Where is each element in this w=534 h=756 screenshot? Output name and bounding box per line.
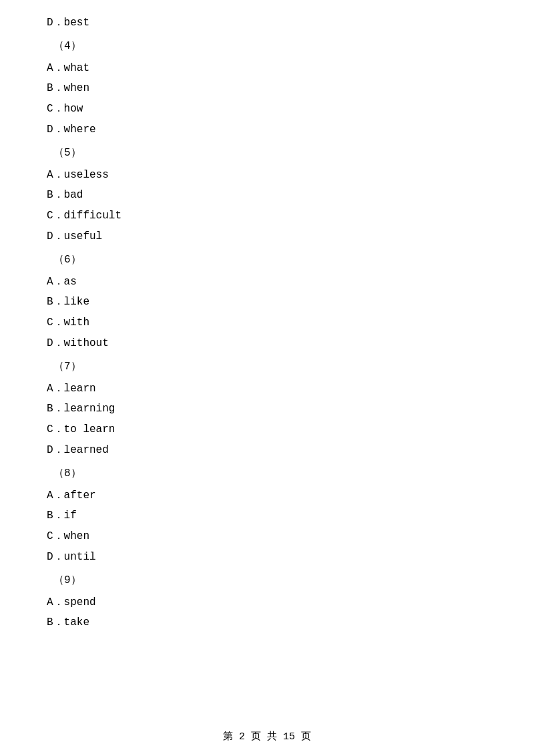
option-d-until: D．until [47, 548, 487, 567]
option-b-when-1: B．when [47, 79, 487, 98]
option-b-learning: B．learning [47, 399, 487, 419]
option-a-after: A．after [47, 486, 487, 506]
option-d-best: D．best [47, 13, 487, 33]
option-a-learn: A．learn [47, 379, 487, 399]
option-b-like: B．like [47, 293, 487, 312]
question-9: （9） [53, 571, 487, 590]
option-d-without: D．without [47, 334, 487, 353]
option-a-useless: A．useless [47, 166, 487, 185]
option-d-useful: D．useful [47, 227, 487, 246]
option-c-tolearn: C．to learn [47, 420, 487, 439]
option-a-spend: A．spend [47, 593, 487, 612]
question-7: （7） [53, 357, 487, 377]
question-6: （6） [53, 250, 487, 270]
option-d-where: D．where [47, 120, 487, 140]
main-content: D．best （4） A．what B．when C．how D．where （… [0, 0, 534, 674]
option-c-when-2: C．when [47, 527, 487, 546]
option-c-how: C．how [47, 100, 487, 119]
option-b-take: B．take [47, 613, 487, 632]
option-b-if: B．if [47, 506, 487, 526]
page-footer: 第 2 页 共 15 页 [0, 730, 534, 743]
option-a-what: A．what [47, 59, 487, 78]
option-b-bad: B．bad [47, 186, 487, 205]
question-8: （8） [53, 464, 487, 484]
question-5: （5） [53, 144, 487, 163]
option-c-with: C．with [47, 313, 487, 333]
option-a-as: A．as [47, 272, 487, 292]
question-4: （4） [53, 37, 487, 56]
option-c-difficult: C．difficult [47, 206, 487, 226]
option-d-learned: D．learned [47, 441, 487, 460]
